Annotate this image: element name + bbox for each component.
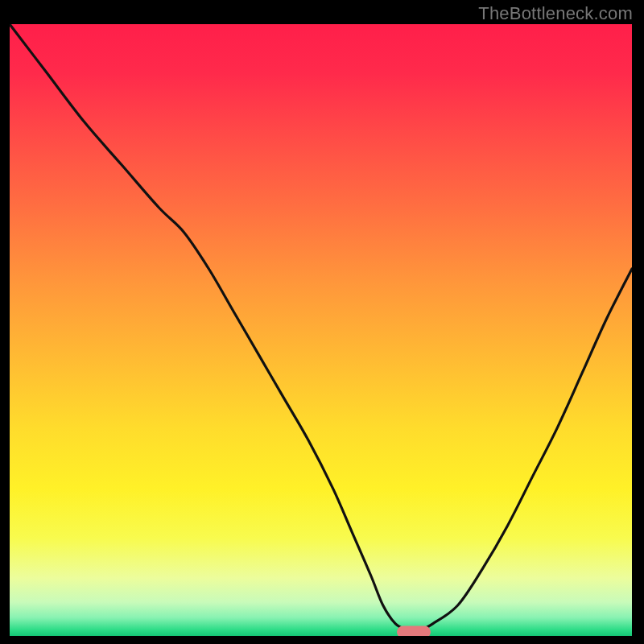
optimal-point-marker xyxy=(397,625,431,636)
bottleneck-curve xyxy=(10,24,632,636)
plot-area xyxy=(10,24,632,636)
watermark-text: TheBottleneck.com xyxy=(478,3,633,24)
chart-frame: TheBottleneck.com xyxy=(0,0,644,644)
